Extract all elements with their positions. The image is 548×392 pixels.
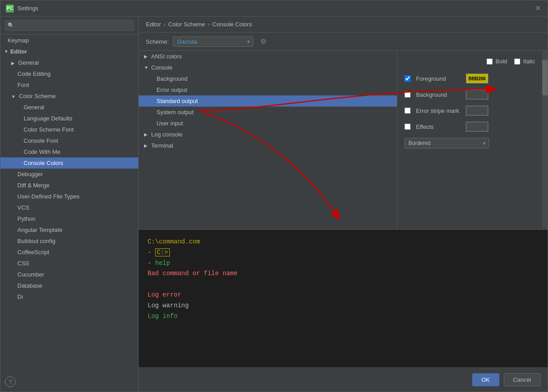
sidebar-item-keymap[interactable]: Keymap bbox=[0, 35, 138, 46]
preview-line-log-error: Log error bbox=[148, 290, 539, 301]
italic-checkbox[interactable] bbox=[514, 58, 520, 65]
sidebar-item-vcs[interactable]: VCS bbox=[0, 202, 138, 213]
tree-item-ansi[interactable]: ▶ ANSI colors bbox=[139, 51, 397, 62]
preview-line-3: - help bbox=[148, 258, 539, 269]
sidebar-item-color-scheme-font[interactable]: Color Scheme Font bbox=[0, 124, 138, 135]
sidebar-item-debugger[interactable]: Debugger bbox=[0, 169, 138, 180]
preview-line-2: - C:> bbox=[148, 248, 539, 258]
sidebar-item-code-editing[interactable]: Code Editing bbox=[0, 68, 138, 79]
tree-item-console[interactable]: ▼ Console bbox=[139, 62, 397, 73]
sidebar-item-css[interactable]: CSS bbox=[0, 258, 138, 269]
sidebar-item-code-with-me[interactable]: Code With Me bbox=[0, 146, 138, 157]
panel-body-container: ▶ ANSI colors ▼ Console Background bbox=[139, 51, 548, 367]
background-row: Background bbox=[404, 90, 535, 99]
sidebar: 🔍 Keymap ▼ Editor ▶ General bbox=[0, 17, 139, 392]
cancel-button[interactable]: Cancel bbox=[504, 373, 540, 386]
scheme-select-wrapper: Darcula Default High Contrast ▼ bbox=[173, 37, 253, 47]
close-button[interactable]: ✕ bbox=[533, 4, 542, 13]
bold-checkbox[interactable] bbox=[486, 58, 493, 65]
arrow-icon: ▶ bbox=[144, 54, 149, 59]
sidebar-item-diff-merge[interactable]: Diff & Merge bbox=[0, 180, 138, 191]
sidebar-item-cucumber[interactable]: Cucumber bbox=[0, 269, 138, 280]
foreground-checkbox[interactable] bbox=[404, 75, 411, 82]
panel-body: ▶ ANSI colors ▼ Console Background bbox=[139, 51, 548, 229]
sidebar-item-font[interactable]: Font bbox=[0, 79, 138, 91]
scheme-select[interactable]: Darcula Default High Contrast bbox=[173, 37, 253, 47]
foreground-row: Foreground BBB206 bbox=[404, 74, 535, 83]
sidebar-item-python[interactable]: Python bbox=[0, 213, 138, 224]
scheme-label: Scheme: bbox=[146, 38, 169, 45]
help-button[interactable]: ? bbox=[5, 376, 16, 387]
main-content: 🔍 Keymap ▼ Editor ▶ General bbox=[0, 17, 548, 392]
scheme-bar: Scheme: Darcula Default High Contrast ▼ … bbox=[139, 33, 548, 51]
sidebar-item-cs-general[interactable]: General bbox=[0, 102, 138, 113]
preview-log-info-text: Log info bbox=[148, 313, 177, 320]
tree-item-system-output[interactable]: System output bbox=[139, 107, 397, 118]
breadcrumb-sep2: › bbox=[208, 21, 210, 28]
sidebar-item-database[interactable]: Database bbox=[0, 280, 138, 291]
tree-item-error-output[interactable]: Error output bbox=[139, 84, 397, 95]
preview-prompt-wrapper: - C:> bbox=[148, 248, 170, 256]
breadcrumb: Editor › Color Scheme › Console Colors bbox=[139, 17, 548, 33]
effects-label: Effects bbox=[416, 124, 461, 130]
preview-prompt: C:> bbox=[155, 248, 170, 256]
sidebar-item-user-defined[interactable]: User-Defined File Types bbox=[0, 191, 138, 202]
preview-help-text: help bbox=[155, 260, 170, 267]
app-icon: PC bbox=[6, 4, 14, 12]
background-color-box[interactable] bbox=[466, 90, 488, 99]
sidebar-item-console-font[interactable]: Console Font bbox=[0, 135, 138, 146]
effects-color-box[interactable] bbox=[466, 122, 488, 132]
arrow-icon: ▼ bbox=[144, 65, 149, 70]
arrow-icon: ▼ bbox=[4, 49, 8, 54]
scrollbar-thumb[interactable] bbox=[542, 60, 548, 95]
ok-button[interactable]: OK bbox=[472, 373, 499, 386]
bottom-bar: OK Cancel bbox=[139, 367, 548, 392]
sidebar-item-general[interactable]: ▶ General bbox=[0, 57, 138, 68]
sidebar-item-angular[interactable]: Angular Template bbox=[0, 224, 138, 235]
arrow-icon: ▼ bbox=[11, 94, 16, 99]
breadcrumb-editor: Editor bbox=[146, 21, 161, 28]
effects-dropdown-wrapper: Bordered Underline Bold underline Dotted… bbox=[404, 138, 489, 149]
arrow-icon: ▶ bbox=[144, 132, 149, 137]
arrow-icon: ▶ bbox=[144, 143, 149, 148]
sidebar-item-color-scheme[interactable]: ▼ Color Scheme bbox=[0, 91, 138, 102]
tree-item-log-console[interactable]: ▶ Log console bbox=[139, 129, 397, 140]
right-scrollbar[interactable] bbox=[542, 51, 548, 229]
breadcrumb-color-scheme: Color Scheme bbox=[168, 21, 205, 28]
right-panel: Editor › Color Scheme › Console Colors S… bbox=[139, 17, 548, 392]
background-label: Background bbox=[416, 91, 461, 98]
bold-label: Bold bbox=[495, 58, 507, 65]
tree-item-standard-output[interactable]: Standard output bbox=[139, 95, 397, 107]
gear-button[interactable]: ⚙ bbox=[258, 36, 268, 47]
bold-italic-row: Bold Italic bbox=[404, 58, 535, 65]
preview-line-4: Bad command or file name bbox=[148, 268, 539, 279]
effects-checkbox[interactable] bbox=[404, 124, 411, 130]
preview-log-warning-text: Log warning bbox=[148, 302, 189, 309]
tree-item-terminal[interactable]: ▶ Terminal bbox=[139, 140, 397, 151]
sidebar-item-console-colors[interactable]: Console Colors bbox=[0, 157, 138, 169]
window-title: Settings bbox=[17, 5, 533, 12]
effects-dropdown[interactable]: Bordered Underline Bold underline Dotted… bbox=[404, 138, 489, 149]
search-input[interactable] bbox=[5, 20, 134, 31]
title-bar: PC Settings ✕ bbox=[0, 0, 548, 17]
sidebar-item-buildout[interactable]: Buildout config bbox=[0, 235, 138, 247]
tree-item-user-input[interactable]: User input bbox=[139, 118, 397, 129]
error-stripe-checkbox[interactable] bbox=[404, 107, 411, 114]
sidebar-item-coffeescript[interactable]: CoffeeScript bbox=[0, 247, 138, 258]
sidebar-content: Keymap ▼ Editor ▶ General Code Editing bbox=[0, 35, 138, 372]
sidebar-item-editor[interactable]: ▼ Editor bbox=[0, 46, 138, 57]
arrow-icon: ▶ bbox=[11, 61, 15, 66]
bold-item: Bold bbox=[486, 58, 507, 65]
background-checkbox[interactable] bbox=[404, 91, 411, 98]
sidebar-item-lang-defaults[interactable]: Language Defaults bbox=[0, 113, 138, 124]
tree-item-background[interactable]: Background bbox=[139, 73, 397, 84]
foreground-color-box[interactable]: BBB206 bbox=[466, 74, 488, 83]
error-stripe-label: Error stripe mark bbox=[416, 107, 461, 114]
breadcrumb-console-colors: Console Colors bbox=[212, 21, 252, 28]
error-stripe-color-box[interactable] bbox=[466, 106, 488, 116]
italic-item: Italic bbox=[514, 58, 535, 65]
tree-panel: ▶ ANSI colors ▼ Console Background bbox=[139, 51, 397, 229]
search-icon: 🔍 bbox=[8, 22, 14, 29]
sidebar-item-di[interactable]: Di bbox=[0, 291, 138, 302]
props-panel: Bold Italic Foreground bbox=[397, 51, 542, 229]
